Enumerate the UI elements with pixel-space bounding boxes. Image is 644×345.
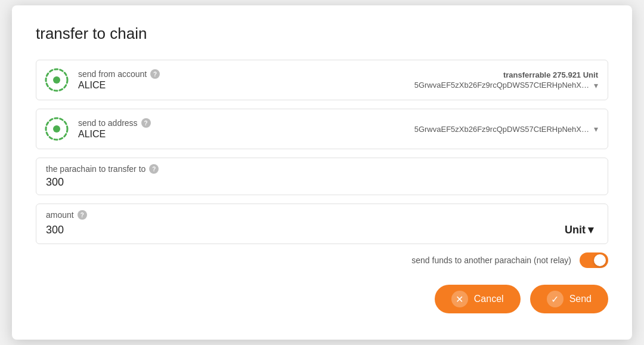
from-account-help-icon[interactable]: ? <box>150 69 160 79</box>
svg-point-1 <box>53 76 60 84</box>
buttons-row: ✕ Cancel ✓ Send <box>36 285 608 313</box>
from-account-address: 5GrwvaEF5zXb26Fz9rcQpDWS57CtERHpNehX… <box>414 81 589 90</box>
send-label: Send <box>569 294 592 304</box>
send-button[interactable]: ✓ Send <box>530 285 608 313</box>
transfer-dialog: transfer to chain send from account ? AL… <box>12 5 632 340</box>
from-account-label: send from account <box>78 69 147 79</box>
cancel-icon: ✕ <box>451 291 468 307</box>
to-account-label: send to address <box>78 118 138 128</box>
transferrable-info: transferrable 275.921 Unit <box>503 70 598 79</box>
amount-label: amount <box>46 210 74 220</box>
cancel-label: Cancel <box>474 294 504 304</box>
amount-value: 300 <box>46 224 64 236</box>
send-to-field: send to address ? ALICE 5GrwvaEF5zXb26Fz… <box>36 109 608 149</box>
send-icon: ✓ <box>547 291 564 307</box>
dialog-title: transfer to chain <box>36 24 608 43</box>
amount-field: amount ? 300 Unit ▾ <box>36 204 608 244</box>
to-account-address: 5GrwvaEF5zXb26Fz9rcQpDWS57CtERHpNehX… <box>414 125 589 134</box>
to-account-help-icon[interactable]: ? <box>141 118 151 128</box>
parachain-toggle[interactable] <box>580 252 608 268</box>
unit-dropdown[interactable]: Unit ▾ <box>560 222 598 238</box>
toggle-row: send funds to another parachain (not rel… <box>36 252 608 268</box>
from-account-dropdown-arrow[interactable]: ▾ <box>594 81 598 90</box>
unit-dropdown-arrow: ▾ <box>588 223 593 236</box>
toggle-label: send funds to another parachain (not rel… <box>411 255 571 265</box>
parachain-help-icon[interactable]: ? <box>149 164 159 174</box>
from-account-name: ALICE <box>78 80 414 91</box>
send-from-field: send from account ? ALICE transferrable … <box>36 60 608 100</box>
to-account-avatar <box>44 116 70 142</box>
to-account-address-row: 5GrwvaEF5zXb26Fz9rcQpDWS57CtERHpNehX… ▾ <box>414 124 598 134</box>
from-account-address-row: 5GrwvaEF5zXb26Fz9rcQpDWS57CtERHpNehX… ▾ <box>414 81 598 90</box>
cancel-button[interactable]: ✕ Cancel <box>435 285 521 313</box>
svg-point-3 <box>53 125 60 133</box>
from-account-avatar <box>44 67 70 93</box>
from-account-right: transferrable 275.921 Unit 5GrwvaEF5zXb2… <box>414 70 598 90</box>
toggle-slider <box>580 252 608 268</box>
to-account-content: send to address ? ALICE <box>78 118 414 140</box>
unit-label: Unit <box>565 224 586 236</box>
to-account-dropdown-arrow[interactable]: ▾ <box>594 124 598 134</box>
from-account-content: send from account ? ALICE <box>78 69 414 91</box>
parachain-value: 300 <box>46 176 598 189</box>
to-account-right: 5GrwvaEF5zXb26Fz9rcQpDWS57CtERHpNehX… ▾ <box>414 124 598 134</box>
to-account-name: ALICE <box>78 129 414 140</box>
amount-help-icon[interactable]: ? <box>78 210 87 220</box>
parachain-label: the parachain to transfer to <box>46 164 145 174</box>
parachain-field: the parachain to transfer to ? 300 <box>36 158 608 195</box>
